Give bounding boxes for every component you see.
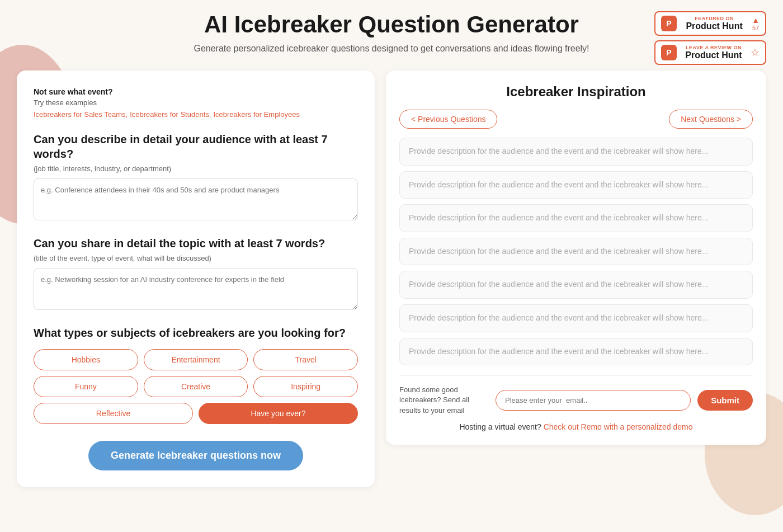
type-btn-reflective[interactable]: Reflective [34,403,193,424]
virtual-event-text: Hosting a virtual event? [459,422,541,431]
left-panel: Not sure what event? Try these examples … [17,70,375,487]
ph-badge-featured[interactable]: P FEATURED ON Product Hunt ▲ 57 [654,11,766,36]
question-card-1: Provide description for the audience and… [399,138,753,166]
page-subtitle: Generate personalized icebreaker questio… [17,44,766,54]
question-card-5: Provide description for the audience and… [399,271,753,299]
audience-question-hint: (job title, interests, industry, or depa… [34,164,358,173]
product-hunt-badges: P FEATURED ON Product Hunt ▲ 57 P LEAVE … [654,11,766,65]
email-row: Found some good icebreakers? Send all re… [399,385,753,416]
types-question-label: What types or subjects of icebreakers ar… [34,326,358,340]
example-link-sales[interactable]: Icebreakers for Sales Teams, [34,110,128,119]
type-buttons-group: Hobbies Entertainment Travel Funny Creat… [34,349,358,424]
not-sure-title: Not sure what event? [34,87,358,96]
ph-badge-text-2: LEAVE A REVIEW ON Product Hunt [681,45,746,60]
ph-badge-review[interactable]: P LEAVE A REVIEW ON Product Hunt ☆ [654,40,766,65]
example-link-employees[interactable]: Icebreakers for Employees [213,110,300,119]
ph-product-hunt-label-1: Product Hunt [681,21,747,31]
question-card-6: Provide description for the audience and… [399,304,753,332]
example-links: Icebreakers for Sales Teams, Icebreakers… [34,110,358,119]
type-btn-funny[interactable]: Funny [34,376,138,397]
not-sure-section: Not sure what event? Try these examples … [34,87,358,119]
ph-review-label: LEAVE A REVIEW ON [681,45,746,50]
prev-questions-button[interactable]: < Previous Questions [399,110,497,129]
type-btn-inspiring[interactable]: Inspiring [253,376,358,397]
question-card-7: Provide description for the audience and… [399,338,753,366]
topic-input[interactable] [34,268,358,310]
page-title: AI Icebreaker Question Generator [17,11,766,38]
type-btn-entertainment[interactable]: Entertainment [144,349,248,370]
email-label: Found some good icebreakers? Send all re… [399,385,489,416]
navigation-row: < Previous Questions Next Questions > [399,110,753,129]
page-header: AI Icebreaker Question Generator Generat… [17,11,766,54]
submit-button[interactable]: Submit [697,390,753,411]
type-btn-creative[interactable]: Creative [144,376,248,397]
email-input[interactable] [496,390,691,411]
next-questions-button[interactable]: Next Questions > [669,110,753,129]
topic-question-hint: (title of the event, type of event, what… [34,254,358,262]
ph-featured-label: FEATURED ON [681,16,747,21]
question-card-3: Provide description for the audience and… [399,204,753,232]
generate-button[interactable]: Generate Icebreaker questions now [88,441,303,470]
topic-question-label: Can you share in detail the topic with a… [34,236,358,251]
inspiration-title: Icebreaker Inspiration [399,84,753,100]
question-cards-list: Provide description for the audience and… [399,138,753,365]
right-panel: Icebreaker Inspiration < Previous Questi… [386,70,766,445]
main-content: Not sure what event? Try these examples … [17,70,766,487]
type-btn-hobbies[interactable]: Hobbies [34,349,138,370]
example-link-students[interactable]: Icebreakers for Students, [130,110,211,119]
ph-badge-text-1: FEATURED ON Product Hunt [681,16,747,31]
ph-star-icon: ☆ [751,46,760,59]
virtual-event-link[interactable]: Check out Remo with a personalized demo [544,422,693,431]
type-row-3: Reflective Have you ever? [34,403,358,424]
type-btn-travel[interactable]: Travel [253,349,358,370]
question-card-4: Provide description for the audience and… [399,238,753,266]
type-row-2: Funny Creative Inspiring [34,376,358,397]
audience-input[interactable] [34,178,358,220]
ph-score: ▲ 57 [752,16,760,31]
ph-logo-1: P [661,16,677,31]
type-row-1: Hobbies Entertainment Travel [34,349,358,370]
question-card-2: Provide description for the audience and… [399,171,753,199]
ph-product-hunt-label-2: Product Hunt [681,50,746,60]
email-section: Found some good icebreakers? Send all re… [399,375,753,431]
type-btn-have-you-ever[interactable]: Have you ever? [199,403,358,424]
ph-arrow-icon: ▲ [752,16,760,25]
not-sure-subtitle: Try these examples [34,98,358,107]
ph-score-value: 57 [752,25,759,31]
ph-logo-2: P [661,45,677,60]
audience-question-label: Can you describe in detail your audience… [34,132,358,161]
virtual-event-row: Hosting a virtual event? Check out Remo … [399,422,753,431]
